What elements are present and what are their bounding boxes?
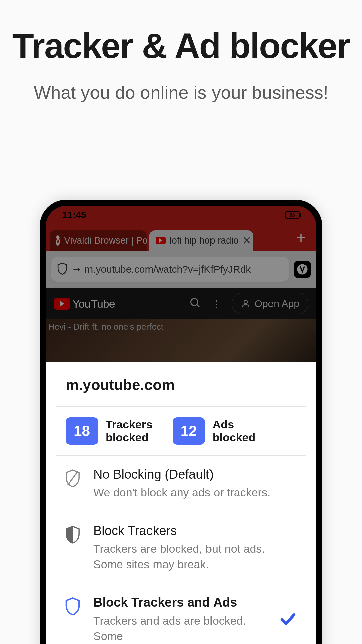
- more-icon[interactable]: ⋮: [212, 298, 222, 310]
- ads-stat: 12 Ads blocked: [173, 417, 255, 445]
- option-desc: We don't block any ads or trackers.: [93, 485, 296, 500]
- option-no-blocking[interactable]: No Blocking (Default) We don't block any…: [46, 456, 316, 512]
- tab-inactive[interactable]: V Vivaldi Browser | Po: [50, 230, 147, 251]
- option-title: Block Trackers and Ads: [93, 595, 268, 610]
- svg-line-4: [68, 471, 78, 485]
- reader-mode-icon[interactable]: ≡•: [73, 264, 79, 275]
- ads-label: Ads: [213, 418, 255, 431]
- option-title: No Blocking (Default): [93, 467, 296, 482]
- tab-label: Vivaldi Browser | Po: [64, 235, 147, 246]
- blocker-sheet: m.youtube.com 18 Trackers blocked 12 Ads…: [46, 362, 316, 644]
- svg-point-3: [244, 300, 247, 304]
- blocker-stats: 18 Trackers blocked 12 Ads blocked: [46, 407, 316, 455]
- vivaldi-favicon-icon: V: [56, 235, 60, 246]
- open-app-button[interactable]: Open App: [232, 293, 308, 314]
- tab-active[interactable]: lofi hip hop radio ✕: [149, 230, 253, 251]
- phone-screen: 11:45 96 V Vivaldi Browser | Po lofi hip…: [46, 206, 316, 644]
- close-tab-icon[interactable]: ✕: [242, 234, 251, 247]
- search-icon[interactable]: [189, 297, 201, 310]
- vivaldi-menu-button[interactable]: [294, 261, 311, 278]
- address-bar-container: ≡• m.youtube.com/watch?v=jfKfPfyJRdk: [46, 251, 316, 288]
- youtube-header: YouTube ⋮ Open App: [46, 288, 316, 319]
- hero-title: Tracker & Ad blocker: [0, 27, 362, 65]
- phone-frame: 11:45 96 V Vivaldi Browser | Po lofi hip…: [40, 200, 322, 644]
- option-desc: Trackers are blocked, but not ads. Some …: [93, 541, 296, 572]
- trackers-stat: 18 Trackers blocked: [66, 417, 153, 445]
- tab-label: lofi hip hop radio: [170, 235, 238, 246]
- option-title: Block Trackers: [93, 524, 296, 538]
- trackers-count-badge: 18: [66, 417, 98, 445]
- url-text: m.youtube.com/watch?v=jfKfPfyJRdk: [84, 264, 251, 275]
- shield-icon[interactable]: [57, 263, 68, 276]
- new-tab-button[interactable]: +: [290, 228, 312, 247]
- video-overlay-text: Hevi - Drift ft. no one's perfect: [46, 322, 316, 332]
- person-icon: [241, 299, 251, 309]
- youtube-logo-icon: [54, 298, 70, 310]
- page-content: YouTube ⋮ Open App Hevi - Drift ft. no o…: [46, 288, 316, 362]
- battery-icon: 96: [285, 211, 300, 219]
- ads-label: blocked: [213, 431, 255, 444]
- address-bar[interactable]: ≡• m.youtube.com/watch?v=jfKfPfyJRdk: [51, 257, 289, 282]
- trackers-label: Trackers: [106, 418, 153, 431]
- trackers-label: blocked: [106, 431, 153, 444]
- open-app-label: Open App: [255, 298, 299, 309]
- youtube-logo[interactable]: YouTube: [54, 297, 115, 310]
- shield-full-icon: [64, 595, 82, 615]
- ads-count-badge: 12: [173, 417, 205, 445]
- youtube-favicon-icon: [156, 237, 166, 244]
- status-time: 11:45: [62, 210, 86, 220]
- youtube-wordmark: YouTube: [72, 297, 115, 310]
- svg-point-1: [191, 299, 198, 306]
- browser-tabs: V Vivaldi Browser | Po lofi hip hop radi…: [46, 224, 316, 251]
- sheet-domain: m.youtube.com: [46, 362, 316, 406]
- status-bar: 11:45 96: [46, 206, 316, 224]
- option-block-trackers[interactable]: Block Trackers Trackers are blocked, but…: [46, 512, 316, 584]
- check-icon: [280, 612, 296, 627]
- shield-off-icon: [64, 467, 82, 487]
- option-block-trackers-ads[interactable]: Block Trackers and Ads Trackers and ads …: [46, 584, 316, 644]
- shield-half-icon: [64, 524, 82, 544]
- option-desc: Trackers and ads are blocked. Some: [93, 613, 268, 644]
- hero-subtitle: What you do online is your business!: [0, 82, 362, 103]
- svg-line-2: [197, 305, 199, 307]
